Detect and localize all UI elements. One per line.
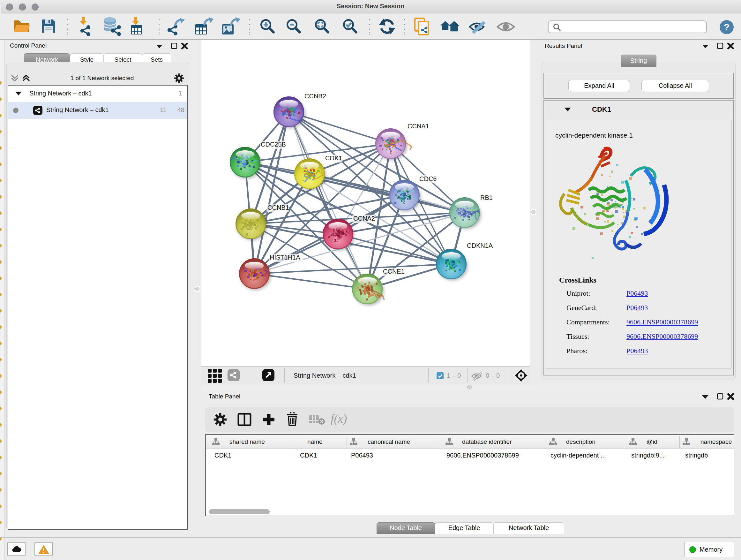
svg-text:CDC6: CDC6	[419, 175, 436, 182]
svg-text:CDK1: CDK1	[325, 154, 342, 162]
svg-text:CCNB2: CCNB2	[305, 92, 326, 100]
svg-text:CDKN1A: CDKN1A	[467, 242, 493, 249]
svg-text:HIST1H1A: HIST1H1A	[270, 254, 300, 261]
svg-text:CCNA1: CCNA1	[408, 123, 429, 130]
svg-text:CDC25B: CDC25B	[261, 141, 286, 148]
svg-text:CCNE1: CCNE1	[383, 268, 405, 275]
svg-text:CCNB1: CCNB1	[267, 204, 289, 211]
svg-text:RB1: RB1	[480, 194, 493, 201]
svg-text:CCNA2: CCNA2	[353, 215, 375, 222]
